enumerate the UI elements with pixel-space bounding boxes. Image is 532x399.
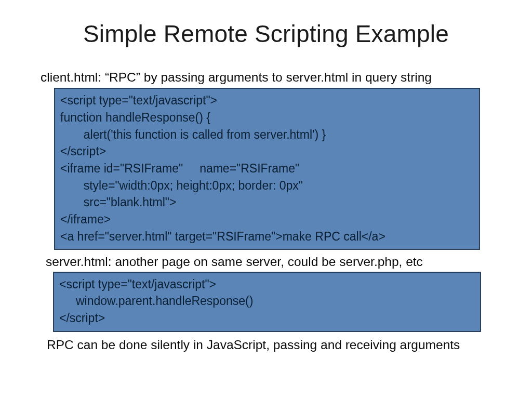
slide-title: Simple Remote Scripting Example [0,20,532,48]
slide: Simple Remote Scripting Example client.h… [0,0,532,399]
code-block-server: <script type="text/javascript"> window.p… [53,272,481,332]
caption-footer: RPC can be done silently in JavaScript, … [47,337,532,352]
caption-client: client.html: “RPC” by passing arguments … [41,70,532,85]
code-block-client: <script type="text/javascript"> function… [54,88,480,250]
caption-server: server.html: another page on same server… [46,254,532,269]
